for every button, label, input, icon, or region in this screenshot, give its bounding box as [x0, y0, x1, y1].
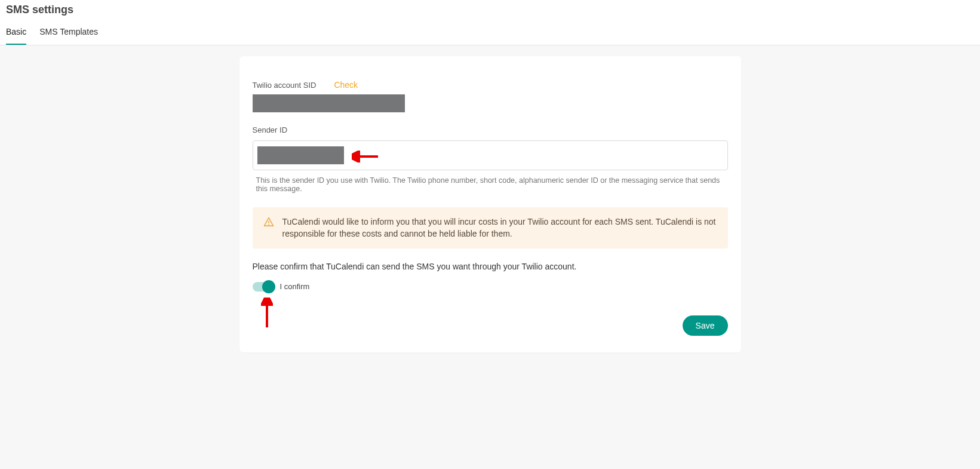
- page-title: SMS settings: [0, 0, 980, 16]
- save-button[interactable]: Save: [683, 315, 728, 336]
- tabs: Basic SMS Templates: [0, 16, 980, 45]
- confirm-prompt: Please confirm that TuCalendi can send t…: [253, 262, 728, 271]
- svg-point-2: [268, 224, 269, 225]
- twilio-sid-label: Twilio account SID: [253, 81, 317, 90]
- cost-warning-alert: TuCalendi would like to inform you that …: [253, 207, 728, 249]
- confirm-toggle[interactable]: [253, 282, 274, 292]
- sender-id-label: Sender ID: [253, 125, 728, 134]
- toggle-knob: [262, 280, 275, 293]
- sender-id-help-text: This is the sender ID you use with Twili…: [253, 176, 728, 193]
- check-link[interactable]: Check: [334, 80, 358, 90]
- tab-sms-templates[interactable]: SMS Templates: [39, 27, 98, 45]
- twilio-sid-redacted-value: [253, 94, 405, 112]
- tab-basic[interactable]: Basic: [6, 27, 26, 45]
- warning-icon: [263, 217, 274, 240]
- cost-warning-text: TuCalendi would like to inform you that …: [282, 216, 717, 240]
- sender-id-redacted-value: [257, 146, 344, 164]
- settings-card: Twilio account SID Check Sender ID This …: [239, 56, 741, 352]
- confirm-toggle-label: I confirm: [280, 282, 310, 291]
